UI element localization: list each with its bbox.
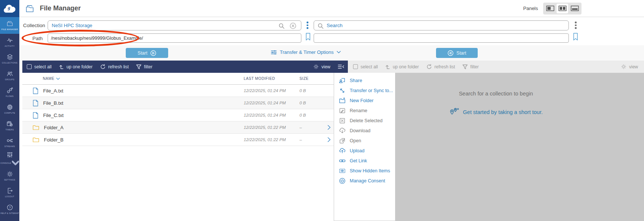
column-last-modified[interactable]: LAST MODIFIED	[244, 77, 296, 81]
cloud-upload-icon	[339, 147, 346, 154]
menu-item-delete-selected[interactable]: Delete Selected	[334, 116, 395, 126]
menu-item-transfer-or-sync[interactable]: Transfer or Sync to...	[334, 85, 395, 95]
sidebar-item-timers[interactable]: TIMERS	[0, 117, 19, 134]
refresh-list-button[interactable]: refresh list	[426, 64, 455, 69]
column-name[interactable]: NAME	[43, 77, 54, 81]
search-icon[interactable]	[279, 23, 285, 29]
right-path-input[interactable]	[314, 34, 568, 42]
sliders-icon	[6, 152, 13, 159]
start-transfer-left-button[interactable]: Start	[126, 48, 168, 58]
menu-item-rename[interactable]: Rename	[334, 105, 395, 116]
path-field-wrap	[48, 33, 301, 43]
menu-item-open[interactable]: Open	[334, 136, 395, 146]
page-title: File Manager	[40, 4, 81, 12]
view-button[interactable]: view	[621, 64, 638, 69]
start-transfer-right-button[interactable]: Start	[436, 48, 478, 58]
filter-button[interactable]: filter	[136, 64, 153, 69]
menu-item-upload[interactable]: Upload	[334, 146, 395, 156]
right-collection-options-kebab-icon[interactable]	[574, 21, 577, 30]
folder-row[interactable]: Folder_A 12/22/2025, 01:22 PM –	[22, 121, 334, 134]
menu-item-manage-consent[interactable]: Manage Consent	[334, 176, 395, 186]
folder-row[interactable]: Folder_B 12/22/2025, 01:22 PM –	[22, 134, 334, 146]
file-icon	[33, 87, 38, 94]
select-all-control[interactable]: select all	[353, 64, 378, 69]
transfer-timer-options-label: Transfer & Timer Options	[280, 49, 334, 55]
search-icon	[318, 23, 324, 29]
file-row[interactable]: File_B.txt 12/22/2025, 01:24 PM 0 B	[22, 97, 334, 109]
sidebar: g FILE MANAGER ACTIVITY COLLECTIONS GROU…	[0, 0, 19, 221]
file-modified: 12/22/2025, 01:24 PM	[244, 113, 296, 117]
menu-item-new-folder[interactable]: New Folder	[334, 95, 395, 105]
sidebar-item-flows[interactable]: FLOWS	[0, 84, 19, 101]
stacked-panel-button[interactable]	[569, 4, 580, 13]
sidebar-item-collections[interactable]: COLLECTIONS	[0, 51, 19, 67]
up-one-folder-button[interactable]: up one folder	[59, 64, 93, 69]
sidebar-item-settings[interactable]: SETTINGS	[0, 168, 19, 184]
refresh-icon	[100, 64, 106, 69]
chain-link-icon	[339, 157, 346, 164]
globus-file-manager-app: g FILE MANAGER ACTIVITY COLLECTIONS GROU…	[0, 0, 644, 221]
collection-label: Collection	[23, 23, 45, 28]
sidebar-item-logout[interactable]: LOGOUT	[0, 184, 19, 201]
options-sliders-icon	[271, 50, 277, 55]
file-name: File_C.txt	[43, 113, 64, 118]
file-row[interactable]: File_A.txt 12/22/2025, 01:24 PM 0 B	[22, 85, 334, 97]
delete-icon	[339, 117, 346, 124]
select-all-checkbox[interactable]	[353, 64, 358, 69]
collection-options-kebab-icon[interactable]	[306, 21, 309, 30]
calendar-check-icon	[6, 120, 13, 127]
folder-modified: 12/22/2025, 01:22 PM	[244, 125, 296, 130]
gear-icon	[621, 64, 627, 69]
view-button[interactable]: view	[313, 64, 330, 69]
cloud-download-icon	[339, 127, 346, 134]
right-path-field-wrap	[314, 33, 569, 43]
sidebar-item-file-manager[interactable]: FILE MANAGER	[0, 17, 19, 34]
chevron-right-icon[interactable]	[327, 137, 331, 142]
sidebar-item-streams[interactable]: STREAMS	[0, 134, 19, 151]
gear-icon	[6, 170, 13, 178]
bookmark-icon[interactable]	[305, 33, 311, 41]
select-all-control[interactable]: select all	[27, 64, 52, 69]
refresh-list-button[interactable]: refresh list	[100, 64, 129, 69]
door-arrow-icon	[6, 187, 13, 194]
folder-name: Folder_B	[44, 137, 64, 143]
chevron-right-icon[interactable]	[327, 125, 331, 130]
file-manager-icon	[25, 4, 35, 13]
right-collection-search-input[interactable]	[314, 21, 568, 30]
sidebar-item-help-sitemap[interactable]: ? HELP & SITEMAP	[0, 201, 19, 218]
up-one-folder-button[interactable]: up one folder	[385, 64, 419, 69]
path-input[interactable]	[48, 34, 301, 42]
layers-icon	[6, 53, 13, 61]
collapse-menu-button[interactable]	[338, 64, 344, 69]
file-list: NAME LAST MODIFIED SIZE File_A.txt 12/22…	[22, 73, 334, 146]
sidebar-item-activity[interactable]: ACTIVITY	[0, 34, 19, 51]
chip-icon	[6, 104, 13, 111]
sort-chevron-icon[interactable]	[56, 78, 60, 80]
select-all-checkbox[interactable]	[27, 64, 32, 69]
clear-collection-icon[interactable]	[290, 23, 296, 29]
file-row[interactable]: File_C.txt 12/22/2025, 01:24 PM 0 B	[22, 109, 334, 121]
menu-item-get-link[interactable]: Get Link	[334, 156, 395, 166]
sidebar-item-compute[interactable]: COMPUTE	[0, 101, 19, 117]
tour-link[interactable]: Get started by taking a short tour.	[463, 109, 542, 115]
globus-logo[interactable]: g	[0, 0, 19, 17]
transfer-timer-options[interactable]: Transfer & Timer Options	[271, 49, 341, 55]
column-size[interactable]: SIZE	[296, 77, 324, 81]
funnel-icon	[462, 64, 468, 69]
panels-label: Panels	[523, 6, 538, 11]
menu-item-share[interactable]: Share	[334, 75, 395, 85]
collection-input[interactable]	[48, 21, 301, 30]
filter-button[interactable]: filter	[462, 64, 479, 69]
people-icon	[6, 70, 13, 77]
sidebar-item-console[interactable]: CONSOLE	[0, 151, 19, 168]
two-panel-button[interactable]	[557, 4, 568, 13]
menu-item-show-hidden-items[interactable]: Show Hidden Items	[334, 166, 395, 176]
single-panel-button[interactable]	[544, 4, 556, 13]
menu-item-download[interactable]: Download	[334, 126, 395, 136]
power-circle-icon	[339, 178, 346, 184]
svg-text:?: ?	[9, 206, 11, 209]
folder-name: Folder_A	[44, 125, 64, 130]
file-name: File_B.txt	[43, 100, 63, 106]
bookmark-icon[interactable]	[573, 33, 579, 41]
sidebar-item-groups[interactable]: GROUPS	[0, 67, 19, 84]
